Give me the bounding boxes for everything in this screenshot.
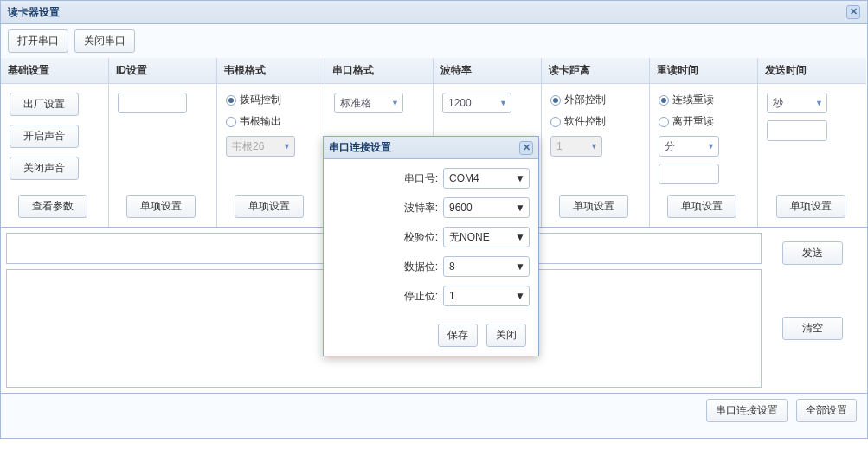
col-header-basic: 基础设置	[1, 58, 108, 84]
select-value: 标准格	[340, 96, 371, 111]
sound-on-button[interactable]: 开启声音	[10, 125, 79, 148]
wiegand-select[interactable]: 韦根26 ▼	[226, 136, 295, 157]
side-buttons: 发送 清空	[767, 233, 862, 388]
select-value: 1200	[448, 97, 472, 109]
col-basic: 基础设置 出厂设置 开启声音 关闭声音 查看参数	[1, 58, 109, 227]
baud-label: 波特率:	[404, 201, 438, 215]
radio-label: 软件控制	[564, 114, 606, 129]
modal-save-button[interactable]: 保存	[438, 324, 478, 347]
all-settings-button[interactable]: 全部设置	[796, 399, 857, 422]
id-single-button[interactable]: 单项设置	[126, 195, 196, 218]
col-reread: 重读时间 连续重读 离开重读 分 ▼ 单项设置	[650, 58, 758, 227]
row-baud: 波特率: 9600 ▼	[332, 197, 530, 218]
col-header-distance: 读卡距离	[542, 58, 649, 84]
parity-label: 校验位:	[404, 230, 438, 245]
port-select[interactable]: COM4 ▼	[443, 168, 530, 189]
select-value: 9600	[449, 202, 473, 214]
col-header-reread: 重读时间	[650, 58, 757, 84]
send-unit-select[interactable]: 秒 ▼	[767, 93, 827, 113]
id-input[interactable]	[118, 93, 187, 113]
wiegand-radio-output[interactable]: 韦根输出	[226, 114, 316, 129]
window-title: 读卡器设置	[8, 5, 60, 20]
reread-radio-continuous[interactable]: 连续重读	[659, 93, 749, 107]
wiegand-single-button[interactable]: 单项设置	[235, 195, 304, 218]
clear-button[interactable]: 清空	[782, 317, 843, 340]
radio-label: 拨码控制	[240, 93, 281, 107]
open-serial-button[interactable]: 打开串口	[8, 29, 68, 53]
col-header-id: ID设置	[109, 58, 216, 84]
radio-label: 连续重读	[672, 93, 714, 107]
factory-reset-button[interactable]: 出厂设置	[10, 93, 79, 116]
col-header-baud: 波特率	[434, 58, 541, 84]
select-value: 1	[556, 140, 563, 152]
reread-single-button[interactable]: 单项设置	[667, 195, 736, 218]
chevron-down-icon: ▼	[590, 142, 598, 151]
row-stop: 停止位: 1 ▼	[332, 286, 530, 306]
col-send: 发送时间 秒 ▼ 单项设置	[758, 58, 866, 227]
select-value: 秒	[773, 96, 783, 111]
reread-value-input[interactable]	[659, 164, 719, 184]
modal-title: 串口连接设置	[329, 140, 391, 155]
col-id: ID设置 单项设置	[109, 58, 217, 227]
row-data: 数据位: 8 ▼	[332, 256, 530, 277]
distance-radio-external[interactable]: 外部控制	[550, 93, 640, 107]
sound-off-button[interactable]: 关闭声音	[10, 157, 79, 180]
send-value-input[interactable]	[767, 120, 827, 141]
baud-select[interactable]: 1200 ▼	[442, 93, 511, 113]
row-port: 串口号: COM4 ▼	[332, 168, 530, 189]
stop-label: 停止位:	[404, 289, 438, 304]
chevron-down-icon: ▼	[515, 172, 525, 184]
close-icon[interactable]: ✕	[846, 5, 860, 19]
view-params-button[interactable]: 查看参数	[18, 195, 87, 218]
row-parity: 校验位: 无NONE ▼	[332, 227, 530, 247]
toolbar: 打开串口 关闭串口	[0, 24, 868, 58]
chevron-down-icon: ▼	[815, 99, 823, 107]
distance-radio-software[interactable]: 软件控制	[550, 114, 640, 129]
modal-close-button[interactable]: 关闭	[486, 324, 526, 347]
close-serial-button[interactable]: 关闭串口	[74, 29, 135, 53]
send-button[interactable]: 发送	[782, 241, 843, 265]
main-window: 读卡器设置 ✕ 打开串口 关闭串口 基础设置 出厂设置 开启声音 关闭声音 查看…	[0, 0, 868, 456]
radio-icon	[550, 95, 561, 106]
col-distance: 读卡距离 外部控制 软件控制 1 ▼ 单项设置	[542, 58, 650, 227]
modal-baud-select[interactable]: 9600 ▼	[443, 197, 530, 218]
bottom-bar: 串口连接设置 全部设置	[0, 394, 868, 439]
serial-settings-button[interactable]: 串口连接设置	[706, 399, 788, 422]
select-value: COM4	[449, 172, 479, 184]
select-value: 韦根26	[232, 139, 264, 154]
chevron-down-icon: ▼	[707, 142, 715, 151]
parity-select[interactable]: 无NONE ▼	[443, 227, 530, 247]
serialfmt-select[interactable]: 标准格 ▼	[334, 93, 403, 113]
data-label: 数据位:	[404, 260, 438, 274]
radio-label: 韦根输出	[240, 114, 281, 129]
wiegand-radio-dial[interactable]: 拨码控制	[226, 93, 316, 107]
select-value: 1	[449, 290, 455, 302]
col-header-serialfmt: 串口格式	[325, 58, 433, 84]
chevron-down-icon: ▼	[499, 99, 507, 107]
radio-icon	[659, 117, 669, 127]
reread-radio-leave[interactable]: 离开重读	[659, 114, 749, 129]
distance-single-button[interactable]: 单项设置	[559, 195, 628, 218]
radio-icon	[659, 95, 669, 106]
modal-body: 串口号: COM4 ▼ 波特率: 9600 ▼ 校验位: 无NONE ▼	[324, 159, 538, 318]
titlebar: 读卡器设置 ✕	[0, 0, 868, 24]
modal-close-icon[interactable]: ✕	[519, 141, 533, 155]
chevron-down-icon: ▼	[391, 99, 399, 107]
reread-unit-select[interactable]: 分 ▼	[659, 136, 719, 157]
data-select[interactable]: 8 ▼	[443, 256, 530, 277]
radio-icon	[226, 117, 236, 127]
select-value: 8	[449, 260, 455, 273]
chevron-down-icon: ▼	[515, 202, 525, 214]
radio-label: 离开重读	[672, 114, 714, 129]
send-single-button[interactable]: 单项设置	[776, 195, 845, 218]
radio-icon	[226, 95, 236, 106]
distance-select[interactable]: 1 ▼	[550, 136, 602, 157]
modal-footer: 保存 关闭	[324, 318, 538, 356]
chevron-down-icon: ▼	[515, 290, 525, 302]
select-value: 分	[665, 139, 675, 154]
serial-settings-modal: 串口连接设置 ✕ 串口号: COM4 ▼ 波特率: 9600 ▼ 校验位:	[323, 136, 539, 356]
chevron-down-icon: ▼	[283, 142, 291, 151]
port-label: 串口号:	[404, 171, 438, 186]
select-value: 无NONE	[449, 230, 490, 245]
stop-select[interactable]: 1 ▼	[443, 286, 530, 306]
